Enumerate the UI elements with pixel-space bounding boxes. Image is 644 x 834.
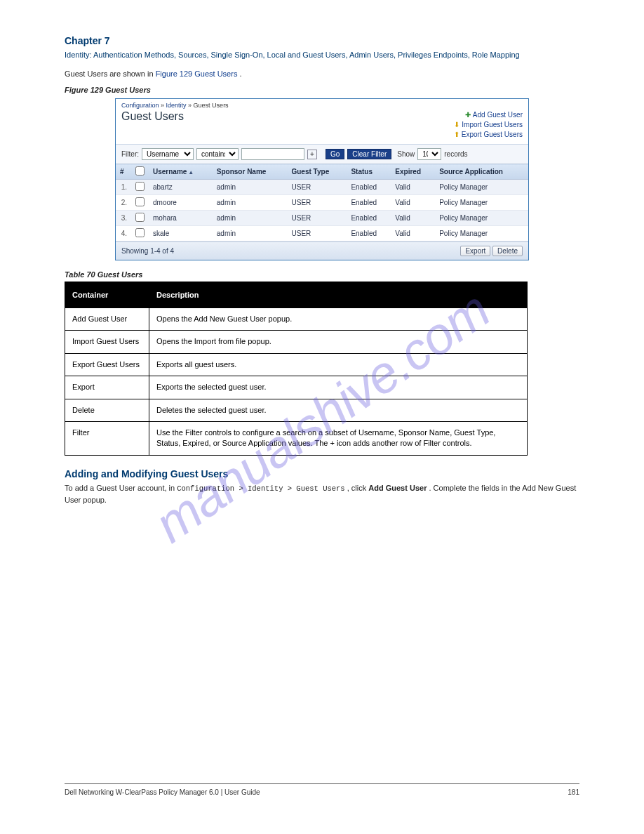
download-icon: ⬇ bbox=[453, 120, 460, 130]
col-username-label: Username bbox=[153, 168, 187, 176]
add-guest-user-link[interactable]: ✚Add Guest User bbox=[453, 110, 523, 120]
desc-row: Import Guest UsersOpens the Import from … bbox=[65, 331, 528, 353]
table-title: Table 70 Guest Users bbox=[65, 270, 579, 279]
desc-row: DeleteDeletes the selected guest user. bbox=[65, 399, 528, 421]
breadcrumb-item[interactable]: Configuration bbox=[121, 102, 159, 109]
row-index: 3. bbox=[116, 211, 131, 226]
desc-row: Add Guest UserOpens the Add New Guest Us… bbox=[65, 308, 528, 331]
cell-status: Enabled bbox=[347, 226, 391, 241]
desc-text: Opens the Import from file popup. bbox=[149, 331, 528, 353]
delete-button[interactable]: Delete bbox=[492, 246, 523, 256]
cell-sponsor: admin bbox=[213, 195, 288, 211]
sort-asc-icon: ▲ bbox=[188, 169, 194, 176]
table-header-row: # Username▲ Sponsor Name Guest Type Stat… bbox=[116, 164, 528, 180]
cell-gtype: USER bbox=[287, 195, 347, 211]
cell-src: Policy Manager bbox=[435, 180, 528, 195]
desc-row: FilterUse the Filter controls to configu… bbox=[65, 422, 528, 456]
desc-text: Deletes the selected guest user. bbox=[149, 399, 528, 421]
guest-users-table: # Username▲ Sponsor Name Guest Type Stat… bbox=[116, 164, 528, 241]
cell-status: Enabled bbox=[347, 211, 391, 226]
col-expired[interactable]: Expired bbox=[391, 164, 435, 180]
desc-head-container: Container bbox=[65, 282, 149, 308]
row-index: 4. bbox=[116, 226, 131, 241]
intro-after: . bbox=[239, 70, 241, 78]
desc-text: Use the Filter controls to configure a s… bbox=[149, 422, 528, 456]
cell-sponsor: admin bbox=[213, 211, 288, 226]
section-title: Identity: Authentication Methods, Source… bbox=[65, 49, 579, 61]
section-caption: Chapter 7 bbox=[65, 35, 579, 46]
row-index: 1. bbox=[116, 180, 131, 195]
cell-expired: Valid bbox=[391, 195, 435, 211]
cell-gtype: USER bbox=[287, 211, 347, 226]
add-filter-row-button[interactable]: + bbox=[307, 150, 317, 159]
addon-text-mid: , click bbox=[347, 484, 369, 492]
row-checkbox[interactable] bbox=[135, 182, 145, 191]
cell-src: Policy Manager bbox=[435, 195, 528, 211]
filter-column-select[interactable]: Username bbox=[142, 148, 194, 160]
go-button[interactable]: Go bbox=[326, 149, 344, 159]
figure-ref-link[interactable]: Figure 129 Guest Users bbox=[156, 70, 238, 78]
col-select-all[interactable] bbox=[131, 164, 149, 180]
desc-container: Import Guest Users bbox=[65, 331, 149, 353]
col-username[interactable]: Username▲ bbox=[149, 164, 213, 180]
col-index[interactable]: # bbox=[116, 164, 131, 180]
table-row[interactable]: 4. skale admin USER Enabled Valid Policy… bbox=[116, 226, 528, 241]
filter-operator-select[interactable]: contains bbox=[196, 148, 239, 160]
show-suffix: records bbox=[444, 150, 467, 158]
clear-filter-button[interactable]: Clear Filter bbox=[347, 149, 391, 159]
filter-value-input[interactable] bbox=[241, 148, 304, 160]
row-checkbox[interactable] bbox=[135, 228, 145, 237]
cell-username: abartz bbox=[149, 180, 213, 195]
import-guest-users-link[interactable]: ⬇Import Guest Users bbox=[453, 120, 523, 130]
intro-before: Guest Users are shown in bbox=[65, 70, 156, 78]
page-number: 181 bbox=[568, 788, 579, 796]
table-row[interactable]: 1. abartz admin USER Enabled Valid Polic… bbox=[116, 180, 528, 195]
add-guest-user-label: Add Guest User bbox=[473, 111, 523, 119]
desc-row: ExportExports the selected guest user. bbox=[65, 376, 528, 399]
table-row[interactable]: 3. mohara admin USER Enabled Valid Polic… bbox=[116, 211, 528, 226]
plus-icon: ✚ bbox=[464, 110, 471, 120]
export-button[interactable]: Export bbox=[460, 246, 490, 256]
cell-username: mohara bbox=[149, 211, 213, 226]
page-title: Guest Users bbox=[121, 110, 184, 140]
filter-label: Filter: bbox=[121, 150, 139, 158]
desc-text: Opens the Add New Guest User popup. bbox=[149, 308, 528, 331]
cell-expired: Valid bbox=[391, 226, 435, 241]
export-guest-users-link[interactable]: ⬆Export Guest Users bbox=[453, 130, 523, 140]
desc-container: Add Guest User bbox=[65, 308, 149, 331]
breadcrumb-item[interactable]: Identity bbox=[166, 102, 187, 109]
cell-expired: Valid bbox=[391, 211, 435, 226]
cell-sponsor: admin bbox=[213, 180, 288, 195]
col-status[interactable]: Status bbox=[347, 164, 391, 180]
show-records-select[interactable]: 10 bbox=[417, 148, 441, 160]
col-guest-type[interactable]: Guest Type bbox=[287, 164, 347, 180]
row-checkbox[interactable] bbox=[135, 213, 145, 222]
showing-text: Showing 1-4 of 4 bbox=[121, 247, 174, 255]
col-source[interactable]: Source Application bbox=[435, 164, 528, 180]
nav-path: Configuration > Identity > Guest Users bbox=[177, 484, 344, 493]
cell-gtype: USER bbox=[287, 180, 347, 195]
desc-text: Exports all guest users. bbox=[149, 353, 528, 376]
col-sponsor[interactable]: Sponsor Name bbox=[213, 164, 288, 180]
description-table: Container Description Add Guest UserOpen… bbox=[65, 282, 528, 456]
export-guest-users-label: Export Guest Users bbox=[462, 131, 523, 138]
subsection-heading: Adding and Modifying Guest Users bbox=[65, 468, 579, 479]
table-row[interactable]: 2. dmoore admin USER Enabled Valid Polic… bbox=[116, 195, 528, 211]
figure-caption: Figure 129 Guest Users bbox=[65, 86, 579, 94]
cell-gtype: USER bbox=[287, 226, 347, 241]
cell-username: skale bbox=[149, 226, 213, 241]
breadcrumb-item: Guest Users bbox=[194, 102, 229, 109]
cell-src: Policy Manager bbox=[435, 226, 528, 241]
desc-container: Export Guest Users bbox=[65, 353, 149, 376]
desc-row: Export Guest UsersExports all guest user… bbox=[65, 353, 528, 376]
upload-icon: ⬆ bbox=[453, 130, 460, 140]
breadcrumb: Configuration » Identity » Guest Users bbox=[116, 99, 528, 110]
footer-left: Dell Networking W-ClearPass Policy Manag… bbox=[65, 788, 260, 796]
import-guest-users-label: Import Guest Users bbox=[462, 121, 523, 128]
desc-container: Delete bbox=[65, 399, 149, 421]
show-prefix: Show bbox=[397, 150, 415, 158]
cell-sponsor: admin bbox=[213, 226, 288, 241]
select-all-checkbox[interactable] bbox=[135, 166, 145, 176]
row-checkbox[interactable] bbox=[135, 197, 145, 206]
guest-users-screenshot: Configuration » Identity » Guest Users G… bbox=[115, 98, 529, 260]
